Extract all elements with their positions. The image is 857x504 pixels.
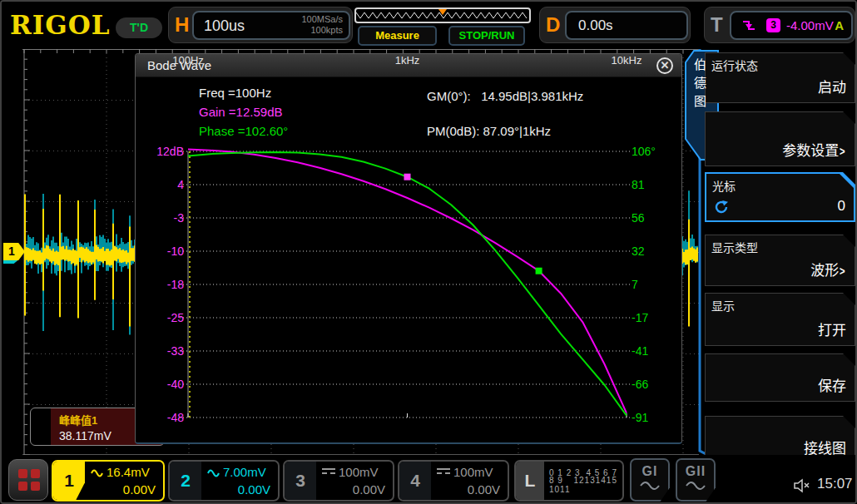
trigger-edge-icon	[741, 18, 756, 32]
bottom-channel-bar: 1 16.4mV 0.00V 2 7.00mV 0.00V 3 100mV 0.…	[2, 455, 857, 504]
channel-scale: 7.00mV	[223, 465, 266, 479]
horizontal-group: H 100us 100MSa/s 100kpts	[168, 7, 353, 43]
channel-scale: 100mV	[339, 465, 379, 479]
sidebar-item-display[interactable]: 显示 打开	[705, 293, 855, 346]
channel-4-tab[interactable]: 4 100mV 0.00V	[398, 460, 509, 502]
waveform-position-strip[interactable]	[354, 7, 531, 23]
memory-depth: 100kpts	[301, 25, 343, 36]
preview-wave-icon	[356, 9, 529, 22]
dc-coupling-icon	[322, 468, 335, 476]
generator-1-button[interactable]: GI	[630, 458, 670, 502]
top-status-bar: RIGOL T'D H 100us 100MSa/s 100kpts Measu…	[2, 2, 857, 48]
channel-offset: 0.00V	[468, 482, 500, 497]
sine-icon	[639, 481, 661, 491]
trigger-coupling: A	[835, 18, 844, 32]
clock: 15:07	[817, 476, 853, 492]
channel-1-tab[interactable]: 1 16.4mV 0.00V	[52, 460, 165, 502]
trigger-group: T 3 -4.00mV A	[704, 7, 855, 43]
trigger-label: T	[711, 13, 723, 37]
ac-coupling-icon	[207, 467, 220, 477]
sidebar-item-run-state[interactable]: 运行状态 启动	[705, 52, 855, 103]
menu-button[interactable]	[8, 459, 48, 501]
generator-2-button[interactable]: GII	[676, 458, 716, 502]
trigger-position-icon	[438, 9, 447, 15]
menu-grid-icon	[18, 469, 40, 491]
brand-logo: RIGOL	[10, 10, 111, 40]
channel-3-tab[interactable]: 3 100mV 0.00V	[283, 460, 394, 502]
channel-offset: 0.00V	[238, 482, 270, 497]
trigger-control[interactable]: 3 -4.00mV A	[730, 11, 853, 40]
channel-scale: 16.4mV	[107, 465, 150, 479]
oscilloscope-screen: 1 峰峰值1 38.117mV RIGOL T'D H 100us 100MSa…	[0, 0, 857, 504]
stop-run-button[interactable]: STOP/RUN	[448, 26, 525, 46]
horizontal-label: H	[175, 13, 189, 37]
sidebar-item-display-type[interactable]: 显示类型 波形>	[705, 235, 855, 286]
logic-label: L	[516, 462, 544, 500]
channel-number: 3	[285, 462, 316, 500]
ac-coupling-icon	[91, 467, 103, 477]
sidebar-item-save[interactable]: 保存	[705, 353, 855, 402]
measure-button[interactable]: Measure	[358, 26, 437, 46]
sidebar-item-cursor[interactable]: 光标 0	[705, 172, 855, 222]
chevron-right-icon: >	[840, 264, 845, 278]
sample-rate: 100MSa/s	[301, 14, 343, 25]
sidebar-item-parameter-setting[interactable]: 参数设置>	[705, 111, 855, 166]
channel-scale: 100mV	[453, 465, 493, 479]
channel-number: 1	[53, 462, 85, 500]
sine-icon	[685, 481, 706, 491]
bode-menu-tab-label[interactable]: 伯德图	[691, 58, 708, 151]
dc-coupling-icon	[437, 468, 450, 476]
trigger-level-value: -4.00mV	[786, 18, 834, 32]
logic-analyzer-tab[interactable]: L 0 1 2 34 5 6 7 8 9 101112131415	[514, 460, 624, 502]
timebase-control[interactable]: 100us 100MSa/s 100kpts	[192, 11, 350, 40]
delay-label: D	[546, 13, 560, 37]
speaker-muted-icon[interactable]	[793, 478, 813, 493]
trigger-status-badge: T'D	[116, 17, 162, 38]
channel-number: 4	[399, 462, 431, 500]
chevron-right-icon: >	[840, 144, 845, 158]
delay-control[interactable]: 0.00s	[565, 11, 688, 40]
channel-number: 2	[170, 462, 201, 500]
channel-offset: 0.00V	[123, 482, 156, 497]
delay-group: D 0.00s	[539, 7, 691, 43]
timebase-value: 100us	[204, 17, 245, 35]
rotate-icon	[713, 199, 730, 215]
delay-value: 0.00s	[578, 17, 613, 34]
acquisition-info: 100MSa/s 100kpts	[301, 14, 343, 36]
trigger-source-badge: 3	[766, 18, 780, 32]
channel-2-tab[interactable]: 2 7.00mV 0.00V	[168, 460, 280, 502]
channel-offset: 0.00V	[353, 482, 385, 497]
